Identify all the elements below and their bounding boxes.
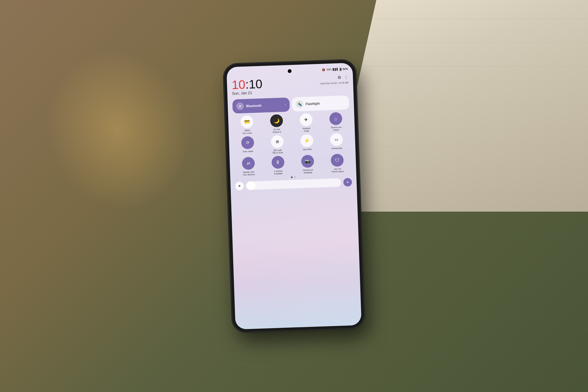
quick-settings-panel: 10:10 Sun, Jan 21 ⚙ ⋮ Used this month: 1… <box>226 62 357 195</box>
page-dot-2 <box>294 176 296 178</box>
camera-access-label: Camera acAvailable <box>303 168 313 174</box>
brightness-auto-icon[interactable]: ☀ <box>343 178 352 186</box>
device-control-icon: ⌂ <box>329 112 342 125</box>
wallet-tile[interactable]: 💳 WalletTap to open <box>233 115 261 135</box>
bluetooth-label: Bluetooth <box>246 104 262 108</box>
settings-icon[interactable]: ⚙ <box>337 75 341 80</box>
flashlight-tile[interactable]: 🔦 Flashlight <box>292 95 349 111</box>
time-colon: :10 <box>245 77 262 91</box>
qr-code-icon: ⊞ <box>271 135 284 148</box>
nearby-share-tile[interactable]: ⇌ Nearby ShaYour devices <box>234 156 263 176</box>
sun-small-icon: ☀ <box>238 184 241 188</box>
time-header-row: 10:10 Sun, Jan 21 ⚙ ⋮ Used this month: 1… <box>232 74 348 96</box>
device-control-label: Device conHome <box>331 126 341 131</box>
brightness-fill <box>246 181 256 190</box>
do-not-disturb-icon: 🌙 <box>270 114 283 127</box>
front-camera <box>288 69 292 73</box>
qs-header-right: ⚙ ⋮ Used this month: 19.48 MB <box>320 74 348 85</box>
privacy-security-tile[interactable]: 🛡 racy SeCheck status <box>323 153 352 173</box>
qr-code-tile[interactable]: ⊞ QR codeTap to scan <box>263 134 292 154</box>
auto-rotate-icon: ⟳ <box>241 136 254 149</box>
mic-access-tile[interactable]: 🎙 e accessAvailable <box>264 156 292 176</box>
mic-access-label: e accessAvailable <box>274 170 283 175</box>
quick-tiles-grid: 💳 WalletTap to open 🌙 Do NotDisturb ▸ ✈ … <box>233 112 352 176</box>
phone-body: 🔕 WiFi ▋▋▋ ▓ 92% 10:10 Sun, Jan 21 <box>224 60 364 332</box>
flashlight-label: Flashlight <box>306 101 320 106</box>
charging-mode-label: ing mode <box>303 148 312 150</box>
phone-screen: 🔕 WiFi ▋▋▋ ▓ 92% 10:10 Sun, Jan 21 <box>226 62 362 329</box>
screencast-label: Screencast <box>332 147 342 150</box>
camera-access-icon: 📷 <box>301 155 314 168</box>
data-usage-text: Used this month: 19.48 MB <box>320 81 348 85</box>
privacy-security-label: racy SeCheck status <box>332 168 344 173</box>
auto-rotate-tile[interactable]: ⟳ Auto rotate <box>234 136 262 156</box>
wallet-icon: 💳 <box>240 115 254 128</box>
brightness-row: ☀ ☀ <box>235 178 352 190</box>
do-not-disturb-label: Do NotDisturb ▸ <box>272 128 281 133</box>
wifi-icon: WiFi <box>326 68 332 71</box>
auto-brightness-icon: ☀ <box>346 180 349 184</box>
airplane-icon: ✈ <box>300 113 313 126</box>
bluetooth-arrow-icon[interactable]: › <box>284 102 286 106</box>
time-hour: 10 <box>232 77 246 92</box>
wallet-label: WalletTap to open <box>242 129 252 134</box>
auto-rotate-label: Auto rotate <box>243 150 253 152</box>
mic-access-icon: 🎙 <box>272 156 284 169</box>
wallpaper <box>232 236 362 329</box>
privacy-security-icon: 🛡 <box>331 154 344 167</box>
nearby-share-label: Nearby ShaYour devices <box>243 170 255 176</box>
brightness-low-icon: ☀ <box>235 182 244 190</box>
phone-device: 🔕 WiFi ▋▋▋ ▓ 92% 10:10 Sun, Jan 21 <box>224 60 364 332</box>
page-dot-1 <box>291 176 292 178</box>
qs-header-icons: ⚙ ⋮ <box>337 74 348 80</box>
status-icons: 🔕 WiFi ▋▋▋ ▓ 92% <box>322 67 348 71</box>
camera-access-tile[interactable]: 📷 Camera acAvailable <box>294 154 322 174</box>
time-display: 10:10 Sun, Jan 21 <box>232 78 263 96</box>
airplane-mode-tile[interactable]: ✈ Airplanemode <box>292 113 320 133</box>
mute-icon: 🔕 <box>322 68 325 71</box>
bluetooth-tile[interactable]: ✦ Bluetooth › <box>232 97 290 113</box>
flashlight-icon: 🔦 <box>296 100 304 108</box>
nearby-share-icon: ⇌ <box>242 156 255 170</box>
top-tiles-row: ✦ Bluetooth › 🔦 Flashlight <box>232 95 349 113</box>
screencast-icon: ▭ <box>330 133 343 146</box>
signal-bars-icon: ▋▋▋ <box>333 68 338 70</box>
charging-mode-tile[interactable]: ⚡ ing mode <box>293 134 321 154</box>
airplane-label: Airplanemode <box>302 127 310 132</box>
brightness-slider[interactable] <box>246 178 341 190</box>
battery-icon: ▓ <box>340 68 342 70</box>
clock-time: 10:10 <box>232 78 262 91</box>
charging-mode-icon: ⚡ <box>300 134 314 147</box>
screencast-tile[interactable]: ▭ Screencast <box>322 133 351 152</box>
date-display: Sun, Jan 21 <box>232 90 263 96</box>
do-not-disturb-tile[interactable]: 🌙 Do NotDisturb ▸ <box>262 114 291 134</box>
qr-code-label: QR codeTap to scan <box>272 149 283 154</box>
device-control-tile[interactable]: ⌂ Device conHome <box>322 112 350 132</box>
bluetooth-icon: ✦ <box>236 102 244 110</box>
more-options-icon[interactable]: ⋮ <box>344 74 348 80</box>
battery-percent: 92% <box>343 67 348 70</box>
